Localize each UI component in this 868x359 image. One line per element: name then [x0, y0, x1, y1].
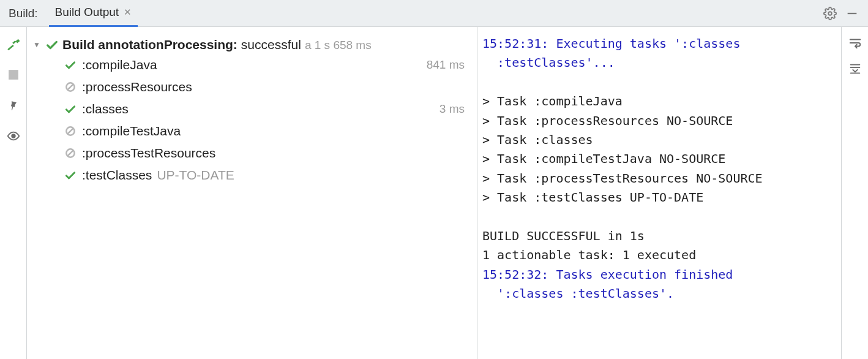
task-extra: UP-TO-DATE [157, 168, 234, 183]
build-root-row[interactable]: ▼ Build annotationProcessing: successful… [29, 36, 474, 54]
svg-line-5 [68, 85, 73, 89]
task-row-compileJava[interactable]: :compileJava 841 ms [64, 54, 474, 76]
tree-children: :compileJava 841 ms :processResources :c… [64, 54, 474, 186]
console-line: > Task :processTestResources NO-SOURCE [482, 171, 763, 186]
left-toolbar [0, 27, 27, 359]
svg-line-7 [68, 129, 73, 134]
task-time: 841 ms [427, 58, 468, 72]
skip-icon [64, 124, 77, 138]
checkmark-icon [64, 58, 77, 72]
root-status: successful [241, 37, 301, 52]
close-icon[interactable]: ✕ [124, 7, 132, 18]
console-line: > Task :compileTestJava NO-SOURCE [482, 151, 725, 166]
root-title-bold: Build annotationProcessing: [62, 37, 238, 52]
gear-icon[interactable] [819, 2, 841, 25]
console-line: 15:52:32: Tasks execution finished [482, 267, 733, 282]
build-tree: ▼ Build annotationProcessing: successful… [27, 27, 477, 359]
console-line: 1 actionable task: 1 executed [482, 248, 696, 262]
build-panel-header: Build: Build Output ✕ [0, 0, 868, 27]
svg-point-0 [828, 12, 832, 15]
pin-icon[interactable] [5, 97, 22, 114]
panel-body: ▼ Build annotationProcessing: successful… [0, 27, 868, 359]
checkmark-icon [64, 102, 77, 116]
task-name: :processTestResources [82, 146, 215, 161]
console-output[interactable]: 15:52:31: Executing tasks ':classes :tes… [477, 27, 841, 359]
task-name: :classes [82, 102, 129, 116]
console-line: :testClasses'... [482, 55, 615, 70]
console-line: > Task :processResources NO-SOURCE [482, 113, 733, 128]
panel-title: Build: [9, 7, 38, 20]
task-row-classes[interactable]: :classes 3 ms [64, 98, 474, 120]
right-toolbar [841, 27, 868, 359]
build-root-title: Build annotationProcessing: successful a… [62, 37, 471, 52]
console-line: 15:52:31: Executing tasks ':classes [482, 36, 740, 51]
console-panel: 15:52:31: Executing tasks ':classes :tes… [477, 27, 868, 359]
task-name: :compileTestJava [82, 124, 181, 138]
task-row-compileTestJava[interactable]: :compileTestJava [64, 120, 474, 142]
root-elapsed: a 1 s 658 ms [305, 39, 372, 52]
tab-build-output[interactable]: Build Output ✕ [49, 0, 138, 27]
soft-wrap-icon[interactable] [847, 34, 864, 51]
svg-line-9 [68, 151, 73, 156]
task-row-testClasses[interactable]: :testClasses UP-TO-DATE [64, 164, 474, 186]
skip-icon [64, 146, 77, 160]
tab-label: Build Output [55, 6, 119, 19]
chevron-down-icon[interactable]: ▼ [33, 40, 42, 49]
checkmark-icon [45, 38, 59, 51]
console-line: BUILD SUCCESSFUL in 1s [482, 229, 645, 243]
scroll-to-end-icon[interactable] [847, 60, 864, 77]
checkmark-icon [64, 168, 77, 182]
task-row-processTestResources[interactable]: :processTestResources [64, 142, 474, 164]
console-line: > Task :classes [482, 132, 593, 147]
task-name: :testClasses [82, 168, 152, 183]
task-time: 3 ms [440, 102, 468, 116]
stop-icon[interactable] [5, 66, 22, 83]
console-line: ':classes :testClasses'. [482, 286, 674, 301]
task-name: :processResources [82, 80, 192, 94]
svg-point-3 [12, 134, 15, 138]
skip-icon [64, 80, 77, 94]
eye-icon[interactable] [5, 127, 22, 145]
console-line: > Task :testClasses UP-TO-DATE [482, 190, 703, 205]
svg-rect-2 [9, 70, 18, 80]
task-row-processResources[interactable]: :processResources [64, 76, 474, 98]
task-name: :compileJava [82, 58, 157, 72]
console-line: > Task :compileJava [482, 94, 623, 108]
hammer-icon[interactable] [5, 36, 22, 53]
minimize-icon[interactable] [841, 2, 863, 25]
